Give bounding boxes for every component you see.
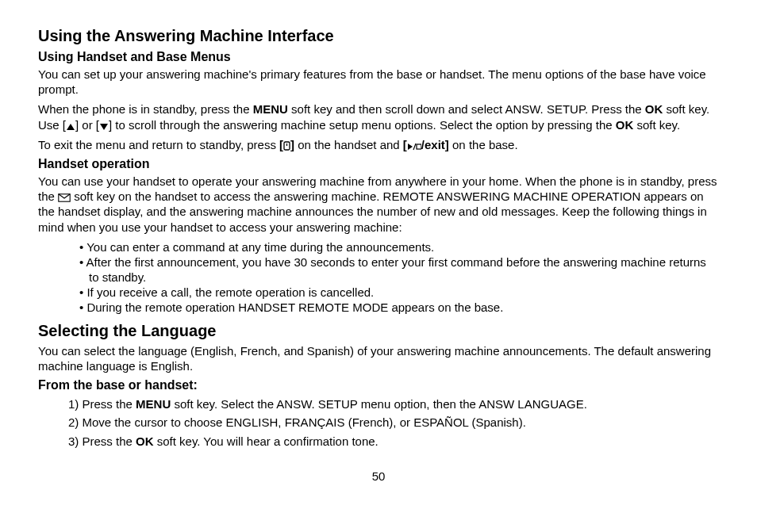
text: soft key. You will hear a confirmation t… (154, 434, 378, 448)
list-item: After the first announcement, you have 3… (89, 255, 719, 285)
list-item: Move the cursor to choose ENGLISH, FRANÇ… (89, 413, 719, 431)
text: To exit the menu and return to standby, … (38, 138, 279, 151)
text: Press the (83, 434, 136, 448)
text: ] or [ (75, 118, 99, 132)
paragraph: When the phone is in standby, press the … (38, 101, 719, 132)
message-icon (58, 193, 71, 202)
text: soft key and then scroll down and select… (288, 102, 645, 116)
paragraph: To exit the menu and return to standby, … (38, 137, 719, 152)
paragraph: You can use your handset to operate your… (38, 174, 719, 235)
svg-marker-0 (67, 124, 75, 130)
paragraph: You can set up your answering machine's … (38, 67, 719, 97)
subsection-title-base-handset: From the base or handset: (38, 378, 719, 392)
text: ] to scroll through the answering machin… (109, 118, 616, 132)
section-title-1: Using the Answering Machine Interface (38, 27, 719, 45)
bold-text: MENU (253, 102, 288, 116)
end-call-icon (283, 141, 290, 151)
text: Press the (83, 397, 136, 411)
up-arrow-icon (66, 123, 75, 131)
numbered-list: Press the MENU soft key. Select the ANSW… (38, 395, 719, 450)
subsection-title-handset: Handset operation (38, 157, 719, 171)
text: on the base. (449, 138, 518, 151)
play-stop-icon (407, 143, 421, 151)
exit-key-label: [/exit] (403, 138, 449, 151)
end-key-label: [] (279, 138, 294, 151)
text: soft key. Select the ANSW. SETUP menu op… (171, 397, 587, 411)
page-number: 50 (38, 469, 719, 483)
svg-marker-4 (408, 144, 413, 150)
svg-marker-1 (100, 124, 108, 130)
list-item: You can enter a command at any time duri… (89, 239, 719, 255)
text: When the phone is in standby, press the (38, 102, 253, 116)
bold-text: MENU (136, 397, 171, 411)
section-title-2: Selecting the Language (38, 322, 719, 340)
list-item: During the remote operation HANDSET REMO… (89, 300, 719, 315)
bold-text: OK (616, 118, 634, 132)
list-item: Press the MENU soft key. Select the ANSW… (89, 395, 719, 413)
text: soft key on the handset to access the an… (38, 189, 707, 233)
list-item: If you receive a call, the remote operat… (89, 285, 719, 300)
bold-text: OK (645, 102, 663, 116)
svg-line-5 (413, 144, 416, 150)
text: soft key. (633, 118, 680, 132)
manual-page: Using the Answering Machine Interface Us… (0, 0, 757, 497)
text: on the handset and (294, 138, 403, 151)
list-item: Press the OK soft key. You will hear a c… (89, 432, 719, 450)
paragraph: You can select the language (English, Fr… (38, 343, 719, 373)
subsection-title-menus: Using Handset and Base Menus (38, 50, 719, 64)
down-arrow-icon (99, 123, 109, 131)
bold-text: OK (136, 434, 154, 448)
bullet-list: You can enter a command at any time duri… (38, 239, 719, 316)
